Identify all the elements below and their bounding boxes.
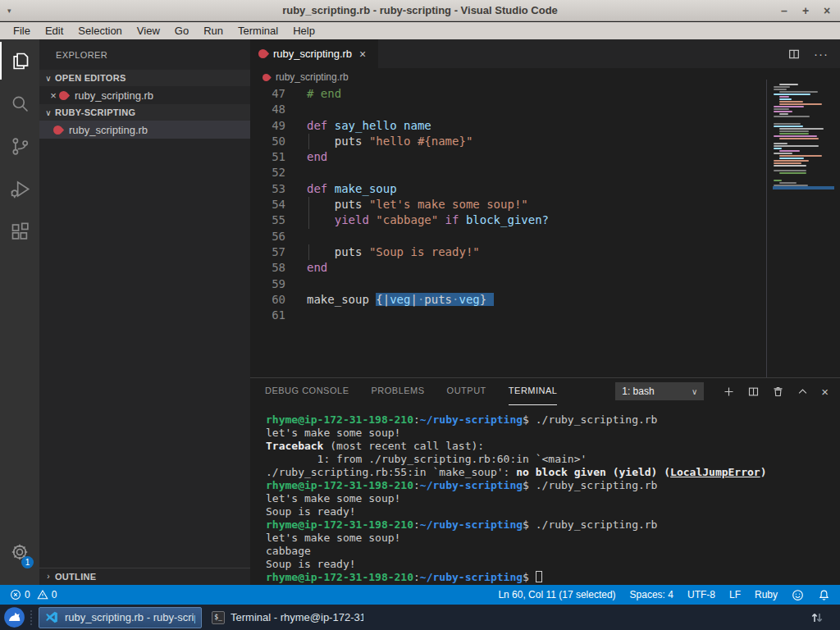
line-number[interactable]: 48 (250, 102, 285, 117)
code-line[interactable]: 58end (250, 260, 766, 276)
maximize-button[interactable]: + (801, 4, 810, 17)
taskbar-window-terminal[interactable]: $_ Terminal - rhyme@ip-172-31... (206, 607, 369, 628)
code-line[interactable]: 51end (250, 149, 766, 165)
sidebar-item-explorer[interactable] (0, 39, 39, 82)
code-line[interactable]: 59 (250, 276, 766, 292)
menu-file[interactable]: File (6, 22, 38, 39)
line-number[interactable]: 47 (250, 86, 285, 102)
split-terminal-icon[interactable] (747, 386, 760, 398)
split-editor-icon[interactable] (788, 48, 801, 61)
menu-edit[interactable]: Edit (38, 22, 71, 39)
code-line[interactable]: 50 puts "hello #{name}" (250, 134, 766, 149)
eol-status[interactable]: LF (729, 589, 741, 600)
line-number[interactable]: 49 (250, 118, 285, 134)
sidebar-item-source-control[interactable] (0, 125, 39, 167)
code-line[interactable]: 61 (250, 308, 766, 323)
terminal-token: Soup is ready! (266, 505, 356, 518)
tab-ruby-scripting[interactable]: ruby_scripting.rb × (250, 39, 378, 68)
line-number[interactable]: 57 (250, 244, 285, 260)
tab-problems[interactable]: PROBLEMS (371, 378, 424, 405)
tab-debug-console[interactable]: DEBUG CONSOLE (265, 378, 349, 405)
line-number[interactable]: 59 (250, 276, 285, 292)
minimap[interactable] (766, 80, 840, 379)
feedback-icon[interactable] (792, 589, 804, 601)
minimap-bar (774, 123, 801, 125)
menu-go[interactable]: Go (167, 22, 196, 39)
tab-output[interactable]: OUTPUT (447, 378, 486, 405)
breadcrumb[interactable]: ruby_scripting.rb (250, 68, 840, 86)
code-line[interactable]: 48 (250, 102, 766, 117)
line-number[interactable]: 51 (250, 149, 285, 165)
breadcrumb-item[interactable]: ruby_scripting.rb (276, 71, 349, 83)
code-line[interactable]: 52 (250, 165, 766, 180)
trash-icon[interactable] (772, 386, 784, 398)
sidebar-item-extensions[interactable] (0, 210, 39, 253)
open-editor-item[interactable]: × ruby_scripting.rb (39, 86, 250, 104)
code-line[interactable]: 53def make_soup (250, 181, 766, 197)
line-number[interactable]: 54 (250, 197, 285, 212)
code-line[interactable]: 56 (250, 229, 766, 244)
close-icon[interactable]: × (821, 385, 829, 399)
line-number[interactable]: 58 (250, 260, 285, 276)
sidebar-item-run-debug[interactable] (0, 167, 39, 210)
code-line[interactable]: 57 puts "Soup is ready!" (250, 244, 766, 260)
menu-help[interactable]: Help (285, 22, 322, 39)
token (307, 213, 335, 226)
manage-button[interactable]: 1 (0, 532, 39, 572)
code-line[interactable]: 49def say_hello name (250, 118, 766, 134)
line-number[interactable]: 50 (250, 134, 285, 149)
terminal-token: $ (523, 571, 536, 583)
menu-selection[interactable]: Selection (71, 22, 129, 39)
code-text: puts "hello #{name}" (307, 134, 472, 149)
terminal-output[interactable]: rhyme@ip-172-31-198-210:~/ruby-scripting… (266, 413, 767, 584)
file-tree-item[interactable]: ruby_scripting.rb (39, 121, 250, 139)
line-number[interactable]: 53 (250, 181, 285, 197)
close-icon[interactable]: × (48, 89, 59, 102)
code-text: make_soup {|veg|·puts·veg} (307, 292, 494, 308)
problems-status[interactable]: 0 0 (10, 589, 57, 600)
menu-run[interactable]: Run (196, 22, 231, 39)
chevron-up-icon[interactable] (797, 386, 809, 398)
terminal-shell-select[interactable]: 1: bash ∨ (615, 382, 704, 400)
terminal-token: ~/ruby-scripting (420, 413, 523, 426)
tab-terminal[interactable]: TERMINAL (509, 378, 558, 405)
cursor-position-status[interactable]: Ln 60, Col 11 (17 selected) (498, 589, 615, 600)
sidebar-item-search[interactable] (0, 82, 39, 125)
more-actions-icon[interactable]: ··· (814, 47, 829, 61)
token (362, 135, 368, 148)
bell-icon[interactable] (818, 589, 830, 601)
plus-icon[interactable] (723, 386, 735, 398)
window-menu-icon[interactable]: ▾ (7, 7, 11, 15)
network-icon[interactable] (810, 611, 824, 624)
line-number[interactable]: 60 (250, 292, 285, 308)
token: "Soup is ready!" (369, 245, 480, 258)
terminal-line: let's make some soup! (266, 492, 767, 505)
menu-view[interactable]: View (130, 22, 167, 39)
line-number[interactable]: 52 (250, 165, 285, 180)
folder-section-header[interactable]: ∨ RUBY-SCRIPTING (39, 104, 250, 121)
code-editor[interactable]: 47# end4849def say_hello name50 puts "he… (250, 86, 766, 323)
app-menu-icon[interactable] (3, 606, 25, 628)
outline-section-header[interactable]: › OUTLINE (39, 568, 250, 584)
open-editors-section-header[interactable]: ∨ OPEN EDITORS (39, 70, 250, 86)
window-title-bar[interactable]: ▾ ruby_scripting.rb - ruby-scripting - V… (0, 0, 840, 21)
language-mode-status[interactable]: Ruby (755, 589, 778, 600)
code-line[interactable]: 47# end (250, 86, 766, 102)
line-number[interactable]: 61 (250, 308, 285, 323)
close-icon[interactable]: × (359, 48, 366, 61)
line-number[interactable]: 56 (250, 229, 285, 244)
close-button[interactable]: × (822, 4, 832, 17)
code-line[interactable]: 54 puts "let's make some soup!" (250, 197, 766, 212)
menu-terminal[interactable]: Terminal (231, 22, 285, 39)
code-line[interactable]: 60make_soup {|veg|·puts·veg} (250, 292, 766, 308)
minimap-bar (774, 153, 792, 154)
line-number[interactable]: 55 (250, 212, 285, 228)
encoding-status[interactable]: UTF-8 (687, 589, 715, 600)
taskbar-window-vscode[interactable]: ruby_scripting.rb - ruby-scrip... (39, 607, 202, 628)
minimize-button[interactable]: – (779, 4, 789, 17)
minimap-bar (779, 84, 798, 85)
code-line[interactable]: 55 yield "cabbage" if block_given? (250, 212, 766, 228)
token (459, 213, 465, 226)
indentation-status[interactable]: Spaces: 4 (630, 589, 673, 600)
token: "let's make some soup!" (369, 198, 528, 211)
